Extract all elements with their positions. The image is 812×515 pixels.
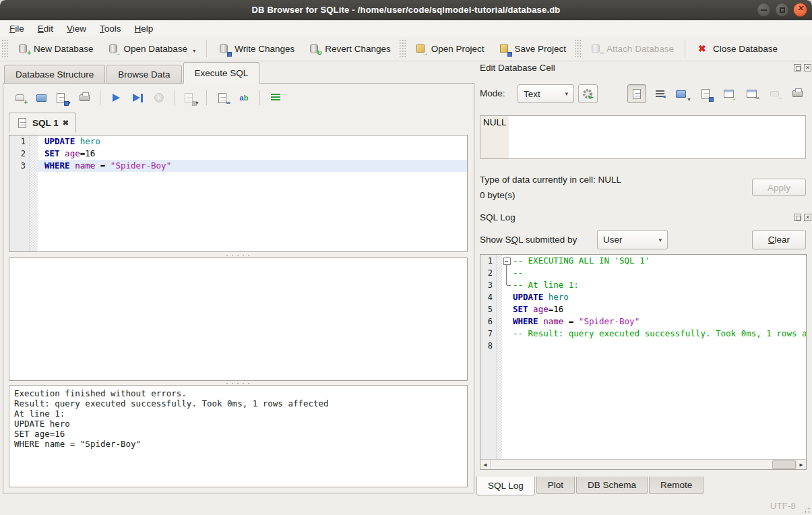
line-number: 1 xyxy=(480,255,496,267)
line-number: 5 xyxy=(480,303,496,315)
open-project-button[interactable]: →Open Project xyxy=(408,39,491,58)
menu-view[interactable]: View xyxy=(60,22,93,35)
float-dock-icon[interactable] xyxy=(794,214,801,221)
tab-execute-sql[interactable]: Execute SQL xyxy=(183,62,260,84)
close-button[interactable]: ✕ xyxy=(793,3,807,17)
toolbar-drag-handle[interactable] xyxy=(2,40,8,57)
minimize-button[interactable] xyxy=(757,3,771,17)
stop-execution-button[interactable]: ✕ xyxy=(150,89,168,107)
save-results-button[interactable]: ▾ xyxy=(181,89,200,107)
print-sql-button[interactable] xyxy=(75,89,94,107)
close-dock-icon[interactable]: ✕ xyxy=(804,64,811,71)
editor-fold-margin xyxy=(30,135,38,251)
winarrow-icon: → xyxy=(722,88,735,100)
open-sql-file-button[interactable] xyxy=(32,89,51,107)
close-tab-icon[interactable]: ✖ xyxy=(63,119,69,127)
save-project-button[interactable]: Save Project xyxy=(491,39,573,58)
execute-all-button[interactable] xyxy=(106,89,125,107)
sql-editor[interactable]: 123 UPDATE heroSET age=16WHERE name = "S… xyxy=(9,135,468,252)
text-mode-button[interactable] xyxy=(627,84,646,103)
toolbar-drag-handle[interactable] xyxy=(575,40,581,57)
log-horizontal-scrollbar[interactable]: ◀ ▶ xyxy=(480,459,806,469)
fold-spacer xyxy=(502,291,511,303)
mode-combobox[interactable]: Text ▾ xyxy=(518,84,574,103)
menu-help[interactable]: Help xyxy=(128,22,160,35)
menu-tools[interactable]: Tools xyxy=(93,22,128,35)
splitter-editor-results[interactable] xyxy=(9,253,468,257)
toolbar-drag-handle[interactable] xyxy=(400,40,406,57)
chevron-down-icon: ▾ xyxy=(687,96,690,103)
save-sql-file-button[interactable]: ▾ xyxy=(53,89,72,107)
results-grid-pane[interactable] xyxy=(9,258,468,381)
tab-database-structure[interactable]: Database Structure xyxy=(4,65,105,84)
set-as-null-button[interactable]: − xyxy=(765,84,784,103)
code-line-1: -- EXECUTING ALL IN 'SQL 1' xyxy=(502,255,806,267)
export-to-file-button[interactable] xyxy=(696,84,715,103)
float-dock-icon[interactable] xyxy=(794,64,801,71)
window-controls: ✕ xyxy=(757,3,807,17)
auto-format-button[interactable] xyxy=(266,89,285,107)
new-database-button[interactable]: +New Database xyxy=(10,39,100,58)
maximize-button[interactable] xyxy=(775,3,789,17)
sql-editor-toolbar: +▾✕▾∞ab xyxy=(10,88,285,108)
apply-mode-button[interactable] xyxy=(578,84,598,103)
cell-value-editor[interactable]: NULL xyxy=(480,115,806,159)
open-database-label: Open Database xyxy=(124,44,188,54)
editor-code-area[interactable]: UPDATE heroSET age=16WHERE name = "Spide… xyxy=(38,135,467,251)
log-filter-combobox[interactable]: User ▾ xyxy=(597,230,668,249)
menu-edit[interactable]: Edit xyxy=(31,22,60,35)
open-in-external-app-button[interactable]: → xyxy=(719,84,738,103)
db-write-icon xyxy=(218,42,230,55)
play-icon xyxy=(110,92,122,104)
nullpill-icon: − xyxy=(768,88,780,100)
scroll-right-icon[interactable]: ▶ xyxy=(796,460,806,469)
scroll-left-icon[interactable]: ◀ xyxy=(480,460,491,469)
word-wrap-button[interactable] xyxy=(650,84,669,103)
line-number: 6 xyxy=(480,315,496,328)
sql-document-icon xyxy=(16,117,28,129)
main-tab-bar: Database StructureBrowse DataExecute SQL xyxy=(4,62,261,84)
sql-log-dock-buttons: ✕ xyxy=(794,214,811,221)
cell-null-value: NULL xyxy=(483,117,507,127)
save-project-label: Save Project xyxy=(515,44,567,54)
write-changes-button[interactable]: Write Changes xyxy=(211,39,301,58)
clear-log-button[interactable]: Clear xyxy=(752,230,806,249)
open-database-button[interactable]: →Open Database▾ xyxy=(100,39,203,58)
db-new-icon: + xyxy=(17,42,29,55)
code-line-3: -- At line 1: xyxy=(502,279,806,291)
code-line-3: WHERE name = "Spider-Boy" xyxy=(38,160,467,172)
copy-link-button[interactable]: ∞ xyxy=(742,84,761,103)
stop-icon: ✕ xyxy=(153,92,165,104)
dock-tab-plot[interactable]: Plot xyxy=(536,477,575,494)
tab-browse-data[interactable]: Browse Data xyxy=(106,65,181,84)
title-bar[interactable]: DB Browser for SQLite - /home/user/code/… xyxy=(0,0,812,20)
sql-editor-tab[interactable]: SQL 1 ✖ xyxy=(9,113,76,133)
attach-database-button[interactable]: ∞Attach Database xyxy=(583,39,681,58)
folder-icon xyxy=(675,88,687,100)
resize-grip[interactable] xyxy=(801,504,811,514)
apply-cell-button[interactable]: Apply xyxy=(752,179,806,196)
print-cell-button[interactable] xyxy=(788,84,807,103)
execution-messages[interactable]: Execution finished without errors. Resul… xyxy=(9,385,468,487)
dock-tab-remote[interactable]: Remote xyxy=(649,477,704,494)
close-dock-icon[interactable]: ✕ xyxy=(804,214,811,221)
line-number: 2 xyxy=(480,267,496,279)
find-button[interactable]: ∞ xyxy=(213,89,232,107)
sql-log-view[interactable]: 12345678 -- EXECUTING ALL IN 'SQL 1'----… xyxy=(480,254,807,470)
menu-file[interactable]: File xyxy=(3,22,31,35)
dock-tab-db-schema[interactable]: DB Schema xyxy=(576,477,648,494)
revert-changes-button[interactable]: ↻Revert Changes xyxy=(301,39,398,58)
scrollbar-thumb[interactable] xyxy=(772,460,796,469)
proj-save-icon xyxy=(498,42,510,55)
sql-editor-tab-label: SQL 1 xyxy=(32,118,59,128)
execute-current-line-button[interactable] xyxy=(128,89,147,107)
code-line-8 xyxy=(502,340,806,352)
new-sql-tab-button[interactable]: + xyxy=(10,89,29,107)
folder-icon xyxy=(35,92,47,104)
dock-tab-sql-log[interactable]: SQL Log xyxy=(476,477,535,495)
import-from-file-button[interactable]: ▾ xyxy=(673,84,692,103)
cell-size-info: 0 byte(s) xyxy=(480,190,516,200)
fold-marker-icon[interactable] xyxy=(502,255,511,267)
close-database-button[interactable]: ✖Close Database xyxy=(689,39,784,58)
find-replace-button[interactable]: ab xyxy=(235,89,253,107)
